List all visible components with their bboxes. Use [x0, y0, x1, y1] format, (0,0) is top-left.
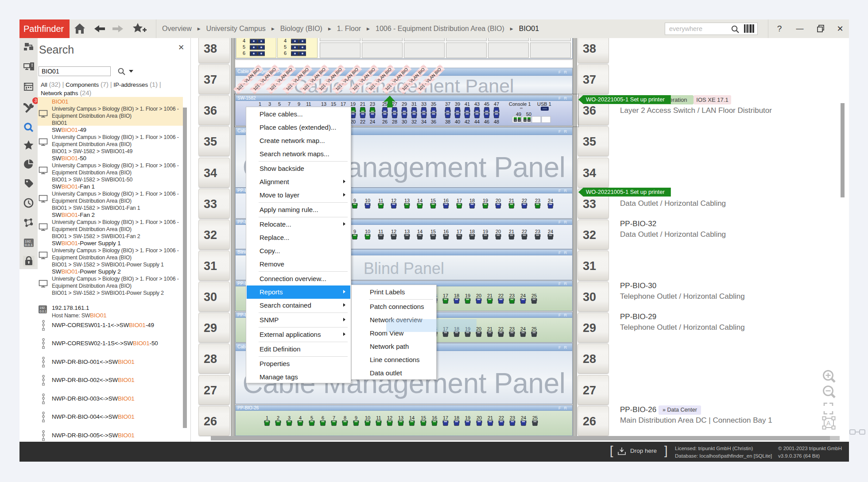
svg-text:15: 15: [421, 415, 426, 420]
svg-text:23: 23: [535, 229, 540, 234]
svg-text:14: 14: [409, 415, 415, 420]
svg-text:13: 13: [321, 101, 326, 107]
svg-text:24: 24: [520, 293, 526, 298]
svg-text:21: 21: [509, 198, 514, 203]
svg-text:40: 40: [455, 119, 460, 124]
svg-text:19: 19: [483, 198, 488, 203]
svg-text:17: 17: [443, 293, 448, 298]
svg-text:0.0.1: 0.0.1: [40, 310, 47, 313]
svg-text:11: 11: [306, 101, 311, 107]
svg-text:21: 21: [487, 293, 492, 298]
svg-text:48: 48: [494, 119, 499, 124]
svg-text:12: 12: [387, 415, 392, 420]
svg-text:50: 50: [526, 112, 531, 117]
svg-text:23: 23: [535, 198, 540, 203]
svg-text:19: 19: [465, 293, 470, 298]
svg-text:16: 16: [443, 198, 449, 203]
svg-text:6: 6: [322, 415, 324, 420]
svg-text:12: 12: [391, 229, 396, 234]
svg-text:A: A: [826, 420, 831, 427]
svg-text:USB 1: USB 1: [537, 101, 551, 107]
svg-text:1: 1: [259, 101, 261, 107]
svg-text:Console 1: Console 1: [509, 101, 531, 107]
svg-text:29: 29: [402, 101, 407, 107]
svg-text:18: 18: [454, 415, 459, 420]
svg-text:3: 3: [268, 101, 271, 107]
svg-text:22: 22: [522, 229, 527, 234]
svg-text:45: 45: [484, 101, 489, 107]
svg-text:18: 18: [469, 198, 475, 203]
svg-text:9: 9: [355, 415, 357, 420]
svg-text:32: 32: [411, 119, 417, 124]
svg-text:11: 11: [378, 229, 383, 234]
svg-text:37: 37: [445, 101, 450, 107]
svg-text:35: 35: [431, 101, 436, 107]
svg-text:30: 30: [402, 119, 407, 124]
svg-text:23: 23: [510, 415, 515, 420]
svg-text:36: 36: [431, 119, 436, 124]
svg-text:42: 42: [465, 119, 470, 124]
svg-text:33: 33: [421, 101, 426, 107]
svg-text:13: 13: [398, 415, 403, 420]
svg-text:11: 11: [378, 198, 383, 203]
svg-text:15: 15: [331, 101, 336, 107]
svg-text:19: 19: [465, 415, 470, 420]
svg-text:47: 47: [494, 101, 499, 107]
svg-text:22: 22: [498, 326, 504, 332]
svg-text:7: 7: [288, 101, 291, 107]
svg-text:22: 22: [522, 198, 527, 203]
svg-text:23: 23: [509, 326, 515, 332]
svg-text:14: 14: [417, 229, 422, 234]
svg-text:24: 24: [370, 119, 375, 124]
svg-text:15: 15: [430, 198, 436, 203]
svg-text:44: 44: [474, 119, 480, 124]
svg-text:18: 18: [469, 229, 475, 234]
svg-text:3: 3: [288, 415, 291, 420]
svg-text:19: 19: [350, 101, 356, 107]
svg-text:41: 41: [465, 101, 470, 107]
svg-text:14: 14: [417, 198, 422, 203]
svg-text:23: 23: [370, 101, 375, 107]
svg-text:28: 28: [392, 119, 397, 124]
svg-text:24: 24: [521, 415, 526, 420]
svg-text:10: 10: [365, 415, 370, 420]
svg-text:22: 22: [499, 415, 504, 420]
svg-text:9: 9: [298, 101, 300, 107]
svg-text:16: 16: [443, 229, 449, 234]
svg-text:39: 39: [455, 101, 460, 107]
svg-text:34: 34: [421, 119, 426, 124]
svg-text:20: 20: [476, 293, 481, 298]
svg-text:8: 8: [344, 415, 346, 420]
svg-text:18: 18: [454, 293, 459, 298]
svg-text:17: 17: [341, 101, 346, 107]
svg-text:12: 12: [391, 198, 396, 203]
svg-text:16: 16: [432, 415, 437, 420]
svg-text:20: 20: [496, 198, 501, 203]
svg-text:13: 13: [404, 198, 410, 203]
svg-text:10: 10: [365, 198, 370, 203]
svg-text:4: 4: [299, 415, 302, 420]
svg-text:24: 24: [548, 198, 553, 203]
svg-text:11: 11: [376, 415, 381, 420]
svg-text:26: 26: [382, 119, 388, 124]
svg-text:20: 20: [477, 415, 482, 420]
svg-text:49: 49: [516, 112, 521, 117]
svg-text:21: 21: [360, 101, 365, 107]
svg-text:?: ?: [24, 83, 26, 87]
svg-text:21: 21: [488, 415, 493, 420]
svg-text:20: 20: [476, 326, 481, 332]
svg-text:21: 21: [487, 326, 492, 332]
svg-text:15: 15: [430, 229, 436, 234]
svg-text:2: 2: [277, 415, 279, 420]
svg-text:5: 5: [278, 101, 281, 107]
svg-text:43: 43: [474, 101, 480, 107]
svg-text:31: 31: [411, 101, 417, 107]
svg-text:7: 7: [333, 415, 335, 420]
svg-text:17: 17: [443, 415, 448, 420]
svg-text:25: 25: [531, 326, 537, 332]
svg-text:17: 17: [457, 229, 462, 234]
svg-text:19: 19: [483, 229, 488, 234]
svg-text:21: 21: [509, 229, 514, 234]
svg-text:13: 13: [404, 229, 410, 234]
svg-text:1: 1: [266, 415, 268, 420]
